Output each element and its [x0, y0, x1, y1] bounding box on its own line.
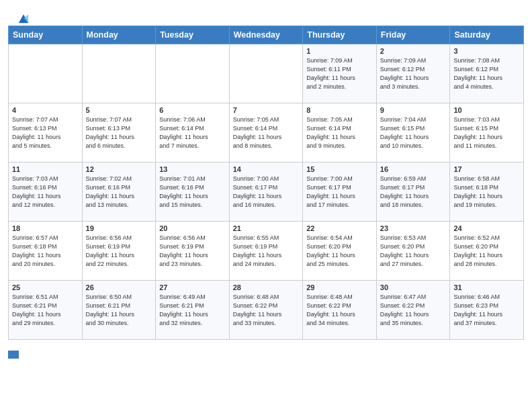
calendar-day-cell: 5Sunrise: 7:07 AM Sunset: 6:13 PM Daylig… [82, 103, 156, 163]
day-number: 21 [233, 224, 300, 232]
day-number: 29 [306, 283, 373, 291]
day-number: 15 [306, 165, 373, 173]
calendar-day-cell: 22Sunrise: 6:54 AM Sunset: 6:20 PM Dayli… [303, 222, 377, 281]
calendar-day-cell: 4Sunrise: 7:07 AM Sunset: 6:13 PM Daylig… [9, 103, 83, 163]
calendar-day-cell [229, 44, 303, 103]
day-number: 13 [159, 165, 226, 173]
day-number: 19 [86, 224, 152, 232]
day-info: Sunrise: 6:48 AM Sunset: 6:22 PM Dayligh… [233, 293, 300, 328]
calendar-day-cell: 17Sunrise: 6:58 AM Sunset: 6:18 PM Dayli… [450, 163, 524, 222]
calendar-week-row: 1Sunrise: 7:09 AM Sunset: 6:11 PM Daylig… [9, 44, 524, 103]
day-info: Sunrise: 7:09 AM Sunset: 6:11 PM Dayligh… [306, 56, 373, 91]
calendar-week-row: 11Sunrise: 7:03 AM Sunset: 6:16 PM Dayli… [9, 163, 524, 222]
calendar-week-row: 25Sunrise: 6:51 AM Sunset: 6:21 PM Dayli… [9, 281, 524, 340]
day-number: 12 [86, 165, 152, 173]
page-header [0, 0, 532, 26]
calendar-day-cell [156, 44, 230, 103]
day-number: 30 [380, 283, 447, 291]
calendar-day-cell: 20Sunrise: 6:56 AM Sunset: 6:19 PM Dayli… [156, 222, 230, 281]
day-info: Sunrise: 7:08 AM Sunset: 6:12 PM Dayligh… [453, 56, 520, 91]
legend-color-box [8, 351, 19, 359]
calendar-day-cell: 11Sunrise: 7:03 AM Sunset: 6:16 PM Dayli… [9, 163, 83, 222]
calendar-day-cell: 30Sunrise: 6:47 AM Sunset: 6:22 PM Dayli… [376, 281, 450, 340]
day-number: 26 [86, 283, 152, 291]
day-info: Sunrise: 7:01 AM Sunset: 6:16 PM Dayligh… [159, 175, 226, 210]
logo-icon [17, 12, 30, 24]
day-number: 31 [453, 283, 520, 291]
day-number: 24 [453, 224, 520, 232]
legend [0, 348, 532, 363]
day-of-week-header: Monday [82, 26, 156, 44]
day-number: 16 [380, 165, 447, 173]
day-number: 3 [453, 47, 520, 55]
calendar-day-cell: 27Sunrise: 6:49 AM Sunset: 6:21 PM Dayli… [156, 281, 230, 340]
day-number: 2 [380, 47, 447, 55]
calendar-day-cell [9, 44, 83, 103]
day-info: Sunrise: 7:06 AM Sunset: 6:14 PM Dayligh… [159, 116, 226, 150]
day-number: 9 [380, 106, 447, 114]
day-number: 27 [159, 283, 226, 291]
calendar-day-cell: 7Sunrise: 7:05 AM Sunset: 6:14 PM Daylig… [229, 103, 303, 163]
day-info: Sunrise: 6:51 AM Sunset: 6:21 PM Dayligh… [12, 293, 79, 328]
day-info: Sunrise: 7:04 AM Sunset: 6:15 PM Dayligh… [380, 116, 447, 150]
day-number: 17 [453, 165, 520, 173]
day-number: 22 [306, 224, 373, 232]
day-info: Sunrise: 7:03 AM Sunset: 6:15 PM Dayligh… [453, 116, 520, 150]
calendar-day-cell: 23Sunrise: 6:53 AM Sunset: 6:20 PM Dayli… [376, 222, 450, 281]
day-info: Sunrise: 6:58 AM Sunset: 6:18 PM Dayligh… [453, 175, 520, 210]
calendar-day-cell: 25Sunrise: 6:51 AM Sunset: 6:21 PM Dayli… [9, 281, 83, 340]
day-number: 5 [86, 106, 152, 114]
logo [16, 12, 30, 20]
day-number: 18 [12, 224, 79, 232]
day-info: Sunrise: 6:57 AM Sunset: 6:18 PM Dayligh… [12, 234, 79, 269]
calendar-day-cell: 15Sunrise: 7:00 AM Sunset: 6:17 PM Dayli… [303, 163, 377, 222]
calendar-day-cell: 29Sunrise: 6:48 AM Sunset: 6:22 PM Dayli… [303, 281, 377, 340]
calendar-day-cell: 21Sunrise: 6:55 AM Sunset: 6:19 PM Dayli… [229, 222, 303, 281]
day-of-week-header: Saturday [450, 26, 524, 44]
calendar-day-cell: 31Sunrise: 6:46 AM Sunset: 6:23 PM Dayli… [450, 281, 524, 340]
day-of-week-header: Friday [376, 26, 450, 44]
day-info: Sunrise: 7:07 AM Sunset: 6:13 PM Dayligh… [12, 116, 79, 150]
day-number: 20 [159, 224, 226, 232]
day-of-week-header: Tuesday [156, 26, 230, 44]
day-info: Sunrise: 6:56 AM Sunset: 6:19 PM Dayligh… [86, 234, 152, 269]
calendar-table: SundayMondayTuesdayWednesdayThursdayFrid… [8, 26, 524, 340]
calendar-day-cell: 26Sunrise: 6:50 AM Sunset: 6:21 PM Dayli… [82, 281, 156, 340]
day-info: Sunrise: 7:00 AM Sunset: 6:17 PM Dayligh… [306, 175, 373, 210]
day-info: Sunrise: 6:55 AM Sunset: 6:19 PM Dayligh… [233, 234, 300, 269]
day-number: 8 [306, 106, 373, 114]
day-number: 11 [12, 165, 79, 173]
day-number: 4 [12, 106, 79, 114]
calendar-day-cell: 18Sunrise: 6:57 AM Sunset: 6:18 PM Dayli… [9, 222, 83, 281]
calendar-day-cell: 10Sunrise: 7:03 AM Sunset: 6:15 PM Dayli… [450, 103, 524, 163]
day-info: Sunrise: 7:05 AM Sunset: 6:14 PM Dayligh… [306, 116, 373, 150]
day-number: 14 [233, 165, 300, 173]
day-info: Sunrise: 6:50 AM Sunset: 6:21 PM Dayligh… [86, 293, 152, 328]
day-number: 6 [159, 106, 226, 114]
calendar-day-cell: 14Sunrise: 7:00 AM Sunset: 6:17 PM Dayli… [229, 163, 303, 222]
day-number: 25 [12, 283, 79, 291]
calendar-day-cell: 12Sunrise: 7:02 AM Sunset: 6:16 PM Dayli… [82, 163, 156, 222]
calendar-day-cell: 16Sunrise: 6:59 AM Sunset: 6:17 PM Dayli… [376, 163, 450, 222]
calendar-day-cell: 1Sunrise: 7:09 AM Sunset: 6:11 PM Daylig… [303, 44, 377, 103]
day-info: Sunrise: 7:00 AM Sunset: 6:17 PM Dayligh… [233, 175, 300, 210]
day-number: 28 [233, 283, 300, 291]
calendar-week-row: 18Sunrise: 6:57 AM Sunset: 6:18 PM Dayli… [9, 222, 524, 281]
calendar-day-cell: 28Sunrise: 6:48 AM Sunset: 6:22 PM Dayli… [229, 281, 303, 340]
day-info: Sunrise: 6:48 AM Sunset: 6:22 PM Dayligh… [306, 293, 373, 328]
day-info: Sunrise: 7:02 AM Sunset: 6:16 PM Dayligh… [86, 175, 152, 210]
day-info: Sunrise: 6:49 AM Sunset: 6:21 PM Dayligh… [159, 293, 226, 328]
day-info: Sunrise: 7:05 AM Sunset: 6:14 PM Dayligh… [233, 116, 300, 150]
day-info: Sunrise: 7:09 AM Sunset: 6:12 PM Dayligh… [380, 56, 447, 91]
calendar-day-cell: 8Sunrise: 7:05 AM Sunset: 6:14 PM Daylig… [303, 103, 377, 163]
day-info: Sunrise: 6:46 AM Sunset: 6:23 PM Dayligh… [453, 293, 520, 328]
calendar-day-cell: 3Sunrise: 7:08 AM Sunset: 6:12 PM Daylig… [450, 44, 524, 103]
calendar-day-cell: 13Sunrise: 7:01 AM Sunset: 6:16 PM Dayli… [156, 163, 230, 222]
day-info: Sunrise: 6:53 AM Sunset: 6:20 PM Dayligh… [380, 234, 447, 269]
calendar-header: SundayMondayTuesdayWednesdayThursdayFrid… [9, 26, 524, 44]
calendar: SundayMondayTuesdayWednesdayThursdayFrid… [0, 26, 532, 348]
day-info: Sunrise: 7:03 AM Sunset: 6:16 PM Dayligh… [12, 175, 79, 210]
day-of-week-header: Thursday [303, 26, 377, 44]
calendar-day-cell [82, 44, 156, 103]
calendar-day-cell: 19Sunrise: 6:56 AM Sunset: 6:19 PM Dayli… [82, 222, 156, 281]
